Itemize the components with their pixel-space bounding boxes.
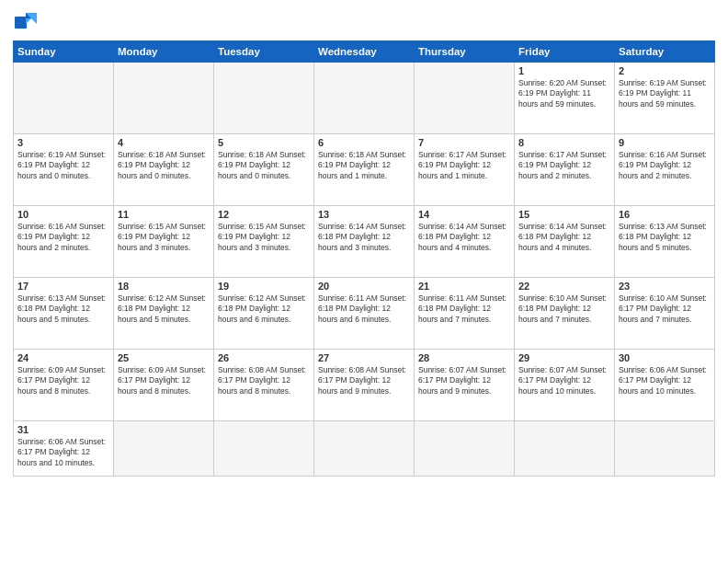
calendar-cell: 12Sunrise: 6:15 AM Sunset: 6:19 PM Dayli… xyxy=(214,206,314,278)
week-row-1: 1Sunrise: 6:20 AM Sunset: 6:19 PM Daylig… xyxy=(14,63,715,134)
day-info: Sunrise: 6:09 AM Sunset: 6:17 PM Dayligh… xyxy=(17,365,109,396)
day-number: 20 xyxy=(318,281,410,292)
day-info: Sunrise: 6:14 AM Sunset: 6:18 PM Dayligh… xyxy=(318,222,410,253)
day-info: Sunrise: 6:10 AM Sunset: 6:17 PM Dayligh… xyxy=(619,293,711,325)
day-info: Sunrise: 6:17 AM Sunset: 6:19 PM Dayligh… xyxy=(518,150,610,181)
calendar-cell xyxy=(214,63,314,134)
week-row-6: 31Sunrise: 6:06 AM Sunset: 6:17 PM Dayli… xyxy=(14,421,715,477)
calendar-cell: 31Sunrise: 6:06 AM Sunset: 6:17 PM Dayli… xyxy=(14,421,114,477)
day-number: 18 xyxy=(118,281,210,292)
calendar-cell: 23Sunrise: 6:10 AM Sunset: 6:17 PM Dayli… xyxy=(615,278,715,350)
day-info: Sunrise: 6:16 AM Sunset: 6:19 PM Dayligh… xyxy=(17,222,109,253)
day-info: Sunrise: 6:12 AM Sunset: 6:18 PM Dayligh… xyxy=(118,293,210,325)
day-info: Sunrise: 6:15 AM Sunset: 6:19 PM Dayligh… xyxy=(218,222,310,253)
day-info: Sunrise: 6:18 AM Sunset: 6:19 PM Dayligh… xyxy=(118,150,210,181)
calendar-cell: 21Sunrise: 6:11 AM Sunset: 6:18 PM Dayli… xyxy=(415,278,515,350)
calendar-cell: 29Sunrise: 6:07 AM Sunset: 6:17 PM Dayli… xyxy=(515,350,615,421)
day-number: 30 xyxy=(619,352,711,363)
calendar-cell xyxy=(515,421,615,477)
day-number: 28 xyxy=(418,352,510,363)
calendar-cell: 4Sunrise: 6:18 AM Sunset: 6:19 PM Daylig… xyxy=(114,134,214,206)
calendar-body: 1Sunrise: 6:20 AM Sunset: 6:19 PM Daylig… xyxy=(14,63,715,477)
calendar-cell xyxy=(214,421,314,477)
calendar-cell xyxy=(314,63,415,134)
day-of-week-wednesday: Wednesday xyxy=(314,41,415,63)
day-number: 9 xyxy=(619,137,711,148)
day-number: 22 xyxy=(518,281,610,292)
day-of-week-saturday: Saturday xyxy=(615,41,715,63)
day-info: Sunrise: 6:20 AM Sunset: 6:19 PM Dayligh… xyxy=(518,78,610,109)
day-number: 12 xyxy=(218,209,310,220)
week-row-2: 3Sunrise: 6:19 AM Sunset: 6:19 PM Daylig… xyxy=(14,134,715,206)
calendar-cell: 30Sunrise: 6:06 AM Sunset: 6:17 PM Dayli… xyxy=(615,350,715,421)
day-number: 26 xyxy=(218,352,310,363)
day-number: 5 xyxy=(218,137,310,148)
calendar-cell xyxy=(415,421,515,477)
day-number: 11 xyxy=(118,209,210,220)
day-number: 4 xyxy=(118,137,210,148)
day-info: Sunrise: 6:13 AM Sunset: 6:18 PM Dayligh… xyxy=(17,293,109,325)
calendar-cell xyxy=(615,421,715,477)
day-info: Sunrise: 6:19 AM Sunset: 6:19 PM Dayligh… xyxy=(619,78,711,109)
calendar-cell: 26Sunrise: 6:08 AM Sunset: 6:17 PM Dayli… xyxy=(214,350,314,421)
day-info: Sunrise: 6:18 AM Sunset: 6:19 PM Dayligh… xyxy=(318,150,410,181)
day-of-week-tuesday: Tuesday xyxy=(214,41,314,63)
calendar-cell: 18Sunrise: 6:12 AM Sunset: 6:18 PM Dayli… xyxy=(114,278,214,350)
day-number: 3 xyxy=(17,137,109,148)
day-number: 17 xyxy=(17,281,109,292)
week-row-3: 10Sunrise: 6:16 AM Sunset: 6:19 PM Dayli… xyxy=(14,206,715,278)
calendar-cell: 24Sunrise: 6:09 AM Sunset: 6:17 PM Dayli… xyxy=(14,350,114,421)
header xyxy=(13,9,715,35)
page: SundayMondayTuesdayWednesdayThursdayFrid… xyxy=(0,0,728,563)
calendar-cell: 5Sunrise: 6:18 AM Sunset: 6:19 PM Daylig… xyxy=(214,134,314,206)
generalblue-logo-icon xyxy=(13,9,39,35)
calendar-cell: 8Sunrise: 6:17 AM Sunset: 6:19 PM Daylig… xyxy=(515,134,615,206)
svg-rect-0 xyxy=(15,17,27,29)
calendar-cell: 6Sunrise: 6:18 AM Sunset: 6:19 PM Daylig… xyxy=(314,134,415,206)
day-info: Sunrise: 6:13 AM Sunset: 6:18 PM Dayligh… xyxy=(619,222,711,253)
days-of-week-row: SundayMondayTuesdayWednesdayThursdayFrid… xyxy=(14,41,715,63)
calendar-cell: 7Sunrise: 6:17 AM Sunset: 6:19 PM Daylig… xyxy=(415,134,515,206)
calendar-cell: 20Sunrise: 6:11 AM Sunset: 6:18 PM Dayli… xyxy=(314,278,415,350)
calendar-cell: 22Sunrise: 6:10 AM Sunset: 6:18 PM Dayli… xyxy=(515,278,615,350)
calendar-cell: 14Sunrise: 6:14 AM Sunset: 6:18 PM Dayli… xyxy=(415,206,515,278)
day-info: Sunrise: 6:06 AM Sunset: 6:17 PM Dayligh… xyxy=(17,437,109,468)
day-of-week-monday: Monday xyxy=(114,41,214,63)
calendar-cell: 10Sunrise: 6:16 AM Sunset: 6:19 PM Dayli… xyxy=(14,206,114,278)
day-number: 23 xyxy=(619,281,711,292)
calendar-cell: 15Sunrise: 6:14 AM Sunset: 6:18 PM Dayli… xyxy=(515,206,615,278)
day-number: 24 xyxy=(17,352,109,363)
day-info: Sunrise: 6:14 AM Sunset: 6:18 PM Dayligh… xyxy=(518,222,610,253)
calendar-cell: 9Sunrise: 6:16 AM Sunset: 6:19 PM Daylig… xyxy=(615,134,715,206)
day-info: Sunrise: 6:19 AM Sunset: 6:19 PM Dayligh… xyxy=(17,150,109,181)
day-info: Sunrise: 6:17 AM Sunset: 6:19 PM Dayligh… xyxy=(418,150,510,181)
day-info: Sunrise: 6:11 AM Sunset: 6:18 PM Dayligh… xyxy=(418,293,510,325)
calendar-cell xyxy=(14,63,114,134)
day-number: 16 xyxy=(619,209,711,220)
calendar-cell: 1Sunrise: 6:20 AM Sunset: 6:19 PM Daylig… xyxy=(515,63,615,134)
day-number: 21 xyxy=(418,281,510,292)
calendar-cell: 13Sunrise: 6:14 AM Sunset: 6:18 PM Dayli… xyxy=(314,206,415,278)
day-of-week-friday: Friday xyxy=(515,41,615,63)
day-number: 19 xyxy=(218,281,310,292)
day-info: Sunrise: 6:07 AM Sunset: 6:17 PM Dayligh… xyxy=(418,365,510,396)
day-info: Sunrise: 6:12 AM Sunset: 6:18 PM Dayligh… xyxy=(218,293,310,325)
calendar: SundayMondayTuesdayWednesdayThursdayFrid… xyxy=(13,40,715,477)
calendar-cell: 2Sunrise: 6:19 AM Sunset: 6:19 PM Daylig… xyxy=(615,63,715,134)
week-row-4: 17Sunrise: 6:13 AM Sunset: 6:18 PM Dayli… xyxy=(14,278,715,350)
day-number: 25 xyxy=(118,352,210,363)
day-info: Sunrise: 6:10 AM Sunset: 6:18 PM Dayligh… xyxy=(518,293,610,325)
day-of-week-thursday: Thursday xyxy=(415,41,515,63)
calendar-cell xyxy=(314,421,415,477)
calendar-cell xyxy=(114,63,214,134)
calendar-cell: 28Sunrise: 6:07 AM Sunset: 6:17 PM Dayli… xyxy=(415,350,515,421)
day-info: Sunrise: 6:09 AM Sunset: 6:17 PM Dayligh… xyxy=(118,365,210,396)
calendar-cell: 19Sunrise: 6:12 AM Sunset: 6:18 PM Dayli… xyxy=(214,278,314,350)
day-info: Sunrise: 6:14 AM Sunset: 6:18 PM Dayligh… xyxy=(418,222,510,253)
day-number: 10 xyxy=(17,209,109,220)
day-info: Sunrise: 6:08 AM Sunset: 6:17 PM Dayligh… xyxy=(218,365,310,396)
day-info: Sunrise: 6:11 AM Sunset: 6:18 PM Dayligh… xyxy=(318,293,410,325)
day-info: Sunrise: 6:16 AM Sunset: 6:19 PM Dayligh… xyxy=(619,150,711,181)
day-number: 7 xyxy=(418,137,510,148)
day-number: 2 xyxy=(619,65,711,76)
